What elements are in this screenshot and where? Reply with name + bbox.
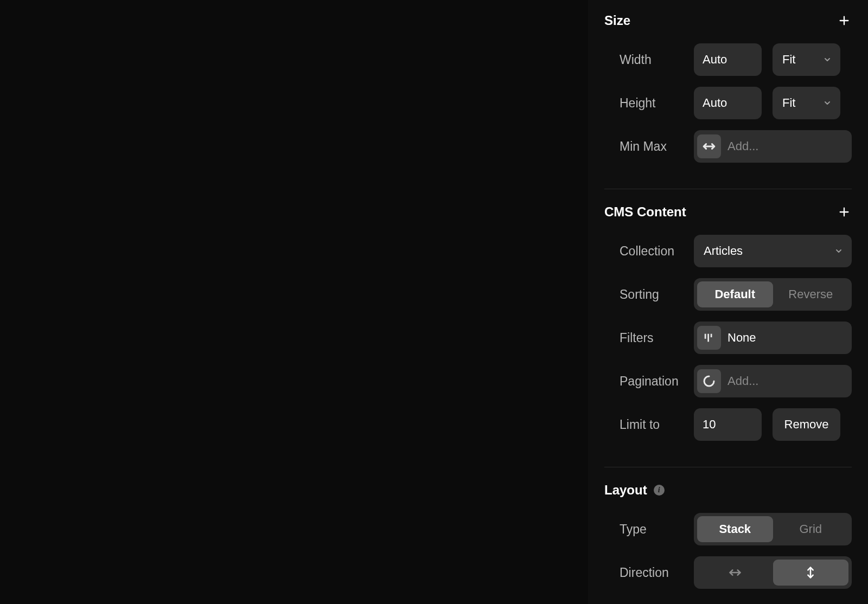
sorting-reverse-option[interactable]: Reverse <box>773 281 849 307</box>
layout-section: Layout i Type Stack Grid Direction <box>604 483 852 604</box>
type-label: Type <box>604 522 694 537</box>
limit-input[interactable]: 10 <box>694 408 762 441</box>
chevron-down-icon <box>833 246 844 256</box>
collection-row: Collection Articles <box>604 235 852 267</box>
vertical-arrow-icon <box>803 565 818 580</box>
width-input[interactable]: Auto <box>694 43 762 76</box>
spinner-icon <box>697 369 721 393</box>
filter-bars-icon <box>697 326 721 350</box>
type-grid-option[interactable]: Grid <box>773 516 849 542</box>
limit-row: Limit to 10 Remove <box>604 408 852 441</box>
limit-value: 10 <box>703 417 716 432</box>
sorting-default-option[interactable]: Default <box>697 281 773 307</box>
height-input[interactable]: Auto <box>694 87 762 119</box>
type-stack-option[interactable]: Stack <box>697 516 773 542</box>
direction-row: Direction <box>604 556 852 589</box>
width-row: Width Auto Fit <box>604 43 852 76</box>
direction-label: Direction <box>604 566 694 580</box>
remove-label: Remove <box>784 417 829 432</box>
type-row: Type Stack Grid <box>604 513 852 545</box>
sorting-segmented: Default Reverse <box>694 278 852 311</box>
cms-section: CMS Content Collection Articles Sorting <box>604 204 852 467</box>
direction-vertical-option[interactable] <box>773 560 849 586</box>
svg-rect-7 <box>711 334 712 337</box>
height-fit-value: Fit <box>782 96 795 110</box>
layout-header: Layout i <box>604 483 852 498</box>
type-segmented: Stack Grid <box>694 513 852 545</box>
pagination-label: Pagination <box>604 374 694 389</box>
cms-title: CMS Content <box>604 204 686 220</box>
direction-horizontal-option[interactable] <box>697 560 773 586</box>
horizontal-arrow-icon <box>727 565 743 580</box>
size-section: Size Width Auto Fit Height <box>604 13 852 189</box>
horizontal-arrows-icon <box>697 134 721 158</box>
properties-panel: Size Width Auto Fit Height <box>588 0 868 604</box>
collection-value: Articles <box>704 244 743 258</box>
size-header: Size <box>604 13 852 28</box>
direction-segmented <box>694 556 852 589</box>
layout-title-text: Layout <box>604 483 647 498</box>
cms-header: CMS Content <box>604 204 852 220</box>
pagination-input[interactable]: Add... <box>694 365 852 397</box>
filters-label: Filters <box>604 331 694 345</box>
height-fit-select[interactable]: Fit <box>773 87 840 119</box>
svg-rect-5 <box>705 334 706 339</box>
minmax-label: Min Max <box>604 139 694 154</box>
plus-icon <box>838 206 850 218</box>
limit-label: Limit to <box>604 417 694 432</box>
height-label: Height <box>604 96 694 111</box>
width-fit-value: Fit <box>782 53 795 67</box>
svg-rect-6 <box>707 334 709 342</box>
cms-add-button[interactable] <box>837 204 852 220</box>
chevron-down-icon <box>822 98 833 108</box>
minmax-input[interactable]: Add... <box>694 130 852 163</box>
filters-value: None <box>727 331 756 345</box>
height-row: Height Auto Fit <box>604 87 852 119</box>
pagination-row: Pagination Add... <box>604 365 852 397</box>
plus-icon <box>838 15 850 27</box>
size-title: Size <box>604 13 630 28</box>
sorting-label: Sorting <box>604 287 694 302</box>
height-value: Auto <box>703 96 727 110</box>
filters-input[interactable]: None <box>694 322 852 354</box>
pagination-placeholder: Add... <box>727 374 758 388</box>
width-fit-select[interactable]: Fit <box>773 43 840 76</box>
chevron-down-icon <box>822 54 833 65</box>
minmax-placeholder: Add... <box>727 139 758 153</box>
size-add-button[interactable] <box>837 13 852 28</box>
layout-title: Layout i <box>604 483 665 498</box>
canvas-area[interactable] <box>0 0 588 604</box>
info-icon[interactable]: i <box>654 485 665 496</box>
collection-select[interactable]: Articles <box>694 235 852 267</box>
remove-button[interactable]: Remove <box>773 408 840 441</box>
filters-row: Filters None <box>604 322 852 354</box>
width-value: Auto <box>703 53 727 67</box>
minmax-row: Min Max Add... <box>604 130 852 163</box>
width-label: Width <box>604 53 694 67</box>
sorting-row: Sorting Default Reverse <box>604 278 852 311</box>
collection-label: Collection <box>604 244 694 259</box>
